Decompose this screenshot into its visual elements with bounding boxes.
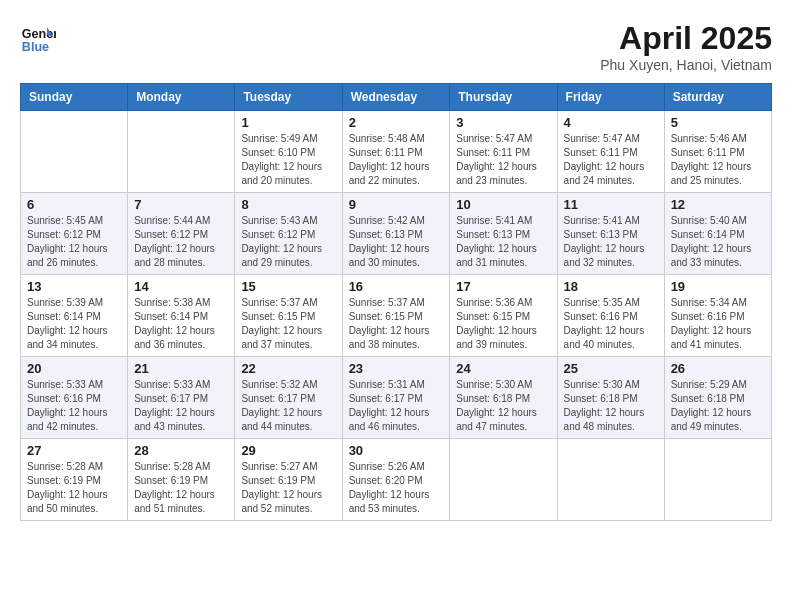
calendar-cell: 16Sunrise: 5:37 AM Sunset: 6:15 PM Dayli… bbox=[342, 275, 450, 357]
day-info: Sunrise: 5:28 AM Sunset: 6:19 PM Dayligh… bbox=[27, 460, 121, 516]
day-info: Sunrise: 5:39 AM Sunset: 6:14 PM Dayligh… bbox=[27, 296, 121, 352]
day-number: 11 bbox=[564, 197, 658, 212]
calendar-week-4: 20Sunrise: 5:33 AM Sunset: 6:16 PM Dayli… bbox=[21, 357, 772, 439]
calendar-cell: 8Sunrise: 5:43 AM Sunset: 6:12 PM Daylig… bbox=[235, 193, 342, 275]
day-number: 2 bbox=[349, 115, 444, 130]
day-info: Sunrise: 5:41 AM Sunset: 6:13 PM Dayligh… bbox=[564, 214, 658, 270]
calendar-cell: 15Sunrise: 5:37 AM Sunset: 6:15 PM Dayli… bbox=[235, 275, 342, 357]
calendar-cell: 24Sunrise: 5:30 AM Sunset: 6:18 PM Dayli… bbox=[450, 357, 557, 439]
day-info: Sunrise: 5:31 AM Sunset: 6:17 PM Dayligh… bbox=[349, 378, 444, 434]
day-info: Sunrise: 5:34 AM Sunset: 6:16 PM Dayligh… bbox=[671, 296, 765, 352]
location: Phu Xuyen, Hanoi, Vietnam bbox=[600, 57, 772, 73]
title-block: April 2025 Phu Xuyen, Hanoi, Vietnam bbox=[600, 20, 772, 73]
day-number: 22 bbox=[241, 361, 335, 376]
day-number: 26 bbox=[671, 361, 765, 376]
calendar-cell: 6Sunrise: 5:45 AM Sunset: 6:12 PM Daylig… bbox=[21, 193, 128, 275]
weekday-header-tuesday: Tuesday bbox=[235, 84, 342, 111]
calendar-cell: 9Sunrise: 5:42 AM Sunset: 6:13 PM Daylig… bbox=[342, 193, 450, 275]
calendar-cell: 21Sunrise: 5:33 AM Sunset: 6:17 PM Dayli… bbox=[128, 357, 235, 439]
calendar-cell: 18Sunrise: 5:35 AM Sunset: 6:16 PM Dayli… bbox=[557, 275, 664, 357]
calendar-week-3: 13Sunrise: 5:39 AM Sunset: 6:14 PM Dayli… bbox=[21, 275, 772, 357]
day-info: Sunrise: 5:29 AM Sunset: 6:18 PM Dayligh… bbox=[671, 378, 765, 434]
day-number: 28 bbox=[134, 443, 228, 458]
logo: General Blue bbox=[20, 20, 56, 56]
calendar-cell bbox=[450, 439, 557, 521]
day-info: Sunrise: 5:46 AM Sunset: 6:11 PM Dayligh… bbox=[671, 132, 765, 188]
weekday-header-wednesday: Wednesday bbox=[342, 84, 450, 111]
day-info: Sunrise: 5:42 AM Sunset: 6:13 PM Dayligh… bbox=[349, 214, 444, 270]
calendar-cell: 10Sunrise: 5:41 AM Sunset: 6:13 PM Dayli… bbox=[450, 193, 557, 275]
logo-icon: General Blue bbox=[20, 20, 56, 56]
day-number: 19 bbox=[671, 279, 765, 294]
calendar-cell: 14Sunrise: 5:38 AM Sunset: 6:14 PM Dayli… bbox=[128, 275, 235, 357]
svg-text:Blue: Blue bbox=[22, 40, 49, 54]
day-info: Sunrise: 5:30 AM Sunset: 6:18 PM Dayligh… bbox=[456, 378, 550, 434]
calendar-cell: 19Sunrise: 5:34 AM Sunset: 6:16 PM Dayli… bbox=[664, 275, 771, 357]
day-info: Sunrise: 5:27 AM Sunset: 6:19 PM Dayligh… bbox=[241, 460, 335, 516]
day-number: 6 bbox=[27, 197, 121, 212]
day-number: 8 bbox=[241, 197, 335, 212]
day-number: 17 bbox=[456, 279, 550, 294]
day-info: Sunrise: 5:48 AM Sunset: 6:11 PM Dayligh… bbox=[349, 132, 444, 188]
day-number: 29 bbox=[241, 443, 335, 458]
calendar-cell bbox=[557, 439, 664, 521]
day-info: Sunrise: 5:45 AM Sunset: 6:12 PM Dayligh… bbox=[27, 214, 121, 270]
calendar-cell: 12Sunrise: 5:40 AM Sunset: 6:14 PM Dayli… bbox=[664, 193, 771, 275]
day-info: Sunrise: 5:38 AM Sunset: 6:14 PM Dayligh… bbox=[134, 296, 228, 352]
day-number: 21 bbox=[134, 361, 228, 376]
calendar-week-5: 27Sunrise: 5:28 AM Sunset: 6:19 PM Dayli… bbox=[21, 439, 772, 521]
calendar-cell: 4Sunrise: 5:47 AM Sunset: 6:11 PM Daylig… bbox=[557, 111, 664, 193]
day-number: 7 bbox=[134, 197, 228, 212]
weekday-header-sunday: Sunday bbox=[21, 84, 128, 111]
day-number: 12 bbox=[671, 197, 765, 212]
day-number: 14 bbox=[134, 279, 228, 294]
day-number: 24 bbox=[456, 361, 550, 376]
calendar-cell: 29Sunrise: 5:27 AM Sunset: 6:19 PM Dayli… bbox=[235, 439, 342, 521]
day-number: 30 bbox=[349, 443, 444, 458]
calendar-week-2: 6Sunrise: 5:45 AM Sunset: 6:12 PM Daylig… bbox=[21, 193, 772, 275]
day-info: Sunrise: 5:36 AM Sunset: 6:15 PM Dayligh… bbox=[456, 296, 550, 352]
calendar-cell: 13Sunrise: 5:39 AM Sunset: 6:14 PM Dayli… bbox=[21, 275, 128, 357]
day-info: Sunrise: 5:41 AM Sunset: 6:13 PM Dayligh… bbox=[456, 214, 550, 270]
weekday-header-thursday: Thursday bbox=[450, 84, 557, 111]
calendar-cell: 20Sunrise: 5:33 AM Sunset: 6:16 PM Dayli… bbox=[21, 357, 128, 439]
day-info: Sunrise: 5:37 AM Sunset: 6:15 PM Dayligh… bbox=[349, 296, 444, 352]
day-info: Sunrise: 5:43 AM Sunset: 6:12 PM Dayligh… bbox=[241, 214, 335, 270]
day-number: 16 bbox=[349, 279, 444, 294]
day-info: Sunrise: 5:49 AM Sunset: 6:10 PM Dayligh… bbox=[241, 132, 335, 188]
day-info: Sunrise: 5:47 AM Sunset: 6:11 PM Dayligh… bbox=[456, 132, 550, 188]
day-info: Sunrise: 5:44 AM Sunset: 6:12 PM Dayligh… bbox=[134, 214, 228, 270]
weekday-header-monday: Monday bbox=[128, 84, 235, 111]
calendar-cell: 23Sunrise: 5:31 AM Sunset: 6:17 PM Dayli… bbox=[342, 357, 450, 439]
day-number: 15 bbox=[241, 279, 335, 294]
weekday-header-friday: Friday bbox=[557, 84, 664, 111]
day-info: Sunrise: 5:26 AM Sunset: 6:20 PM Dayligh… bbox=[349, 460, 444, 516]
day-number: 4 bbox=[564, 115, 658, 130]
weekday-header-saturday: Saturday bbox=[664, 84, 771, 111]
calendar-cell bbox=[664, 439, 771, 521]
day-info: Sunrise: 5:32 AM Sunset: 6:17 PM Dayligh… bbox=[241, 378, 335, 434]
day-info: Sunrise: 5:37 AM Sunset: 6:15 PM Dayligh… bbox=[241, 296, 335, 352]
calendar-week-1: 1Sunrise: 5:49 AM Sunset: 6:10 PM Daylig… bbox=[21, 111, 772, 193]
day-info: Sunrise: 5:28 AM Sunset: 6:19 PM Dayligh… bbox=[134, 460, 228, 516]
calendar-cell bbox=[21, 111, 128, 193]
calendar-cell: 30Sunrise: 5:26 AM Sunset: 6:20 PM Dayli… bbox=[342, 439, 450, 521]
day-info: Sunrise: 5:33 AM Sunset: 6:17 PM Dayligh… bbox=[134, 378, 228, 434]
day-number: 10 bbox=[456, 197, 550, 212]
calendar-cell: 7Sunrise: 5:44 AM Sunset: 6:12 PM Daylig… bbox=[128, 193, 235, 275]
calendar-cell: 17Sunrise: 5:36 AM Sunset: 6:15 PM Dayli… bbox=[450, 275, 557, 357]
calendar-cell: 3Sunrise: 5:47 AM Sunset: 6:11 PM Daylig… bbox=[450, 111, 557, 193]
day-number: 23 bbox=[349, 361, 444, 376]
calendar-cell: 27Sunrise: 5:28 AM Sunset: 6:19 PM Dayli… bbox=[21, 439, 128, 521]
calendar-cell: 5Sunrise: 5:46 AM Sunset: 6:11 PM Daylig… bbox=[664, 111, 771, 193]
calendar-cell: 11Sunrise: 5:41 AM Sunset: 6:13 PM Dayli… bbox=[557, 193, 664, 275]
day-info: Sunrise: 5:33 AM Sunset: 6:16 PM Dayligh… bbox=[27, 378, 121, 434]
calendar-cell bbox=[128, 111, 235, 193]
calendar-cell: 25Sunrise: 5:30 AM Sunset: 6:18 PM Dayli… bbox=[557, 357, 664, 439]
day-info: Sunrise: 5:40 AM Sunset: 6:14 PM Dayligh… bbox=[671, 214, 765, 270]
calendar-cell: 26Sunrise: 5:29 AM Sunset: 6:18 PM Dayli… bbox=[664, 357, 771, 439]
weekday-header-row: SundayMondayTuesdayWednesdayThursdayFrid… bbox=[21, 84, 772, 111]
day-number: 5 bbox=[671, 115, 765, 130]
calendar-cell: 28Sunrise: 5:28 AM Sunset: 6:19 PM Dayli… bbox=[128, 439, 235, 521]
calendar-cell: 2Sunrise: 5:48 AM Sunset: 6:11 PM Daylig… bbox=[342, 111, 450, 193]
